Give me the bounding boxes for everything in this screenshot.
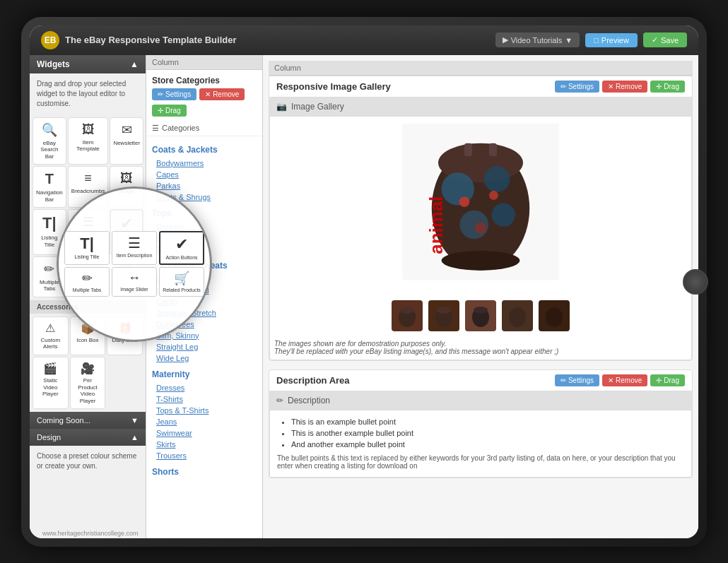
widgets-chevron: ▲ [130,59,139,69]
gallery-caption: The images shown are for demostration pu… [270,336,691,360]
category-item-straight[interactable]: Straight Leg [152,341,257,352]
category-coats-title: Coats & Jackets [152,145,257,155]
design-arrow: ▲ [131,433,139,441]
category-item-trousers[interactable]: Trousers [152,450,257,461]
gallery-drag-icon: ✛ [656,83,662,90]
gallery-sub-header: 📷 Image Gallery [269,97,692,116]
mag-item-desc[interactable]: ☰ Item Description [112,231,157,265]
video-tutorials-button[interactable]: ▶ Video Tutorials ▼ [495,32,580,47]
image-gallery-header: Responsive Image Gallery ✏ Settings ✕ Re… [269,76,692,97]
category-item-swimwear[interactable]: Swimwear [152,427,257,439]
image-gallery-title: Responsive Image Gallery [276,81,391,92]
description-area-header: Description Area ✏ Settings ✕ Remove [269,370,692,391]
categories-settings-button[interactable]: ✏ Settings [152,88,196,100]
mag-action-buttons[interactable]: ✔ Action Buttons [159,231,204,265]
mag-listing-title[interactable]: T| Listing Title [64,231,110,265]
svg-point-7 [459,196,470,207]
gallery-body: animal [269,116,692,360]
widget-newsletter[interactable]: ✉ Newsletter [110,117,143,165]
description-area-section: Description Area ✏ Settings ✕ Remove [269,369,693,478]
mag-title-icon: T| [80,235,94,253]
widget-nav-bar[interactable]: T Navigation Bar [33,166,66,208]
bullet-1: This is an example bullet point [291,417,684,426]
categories-drag-button[interactable]: ✛ Drag [152,105,187,117]
right-column-header: Column [269,61,693,76]
store-categories-header: Store Categories [146,70,262,88]
content-area: Column Responsive Image Gallery ✏ Settin… [263,55,698,538]
svg-text:animal: animal [426,196,446,254]
thumbnail-3[interactable] [465,300,496,331]
category-maternity-title: Maternity [152,369,257,379]
svg-point-17 [437,307,451,314]
pencil-icon: ✏ [276,396,283,405]
category-item-jeans[interactable]: Jeans [152,416,257,427]
accessory-custom-alerts[interactable]: ⚠ Custom Alerts [33,316,69,355]
category-item-tshirts[interactable]: T-Shirts [152,393,257,405]
top-bar-right: ▶ Video Tutorials ▼ □ Preview ✓ Save [495,32,687,47]
category-item-wide[interactable]: Wide Leg [152,352,257,364]
check-icon: ✓ [652,35,658,45]
mag-related-products[interactable]: 🛒 Related Products [159,267,204,297]
desc-drag-icon: ✛ [656,377,662,384]
category-item-dresses[interactable]: Dresses [152,382,257,393]
description-body: This is an example bullet point This is … [269,410,692,478]
static-video-icon: 🎬 [43,362,57,375]
design-bar[interactable]: Design ▲ [30,429,146,446]
svg-point-13 [442,251,520,271]
preview-icon: □ [594,36,599,45]
thumbnail-5[interactable] [539,300,570,331]
categories-remove-button[interactable]: ✕ Remove [199,88,245,100]
category-item-skirts[interactable]: Skirts [152,439,257,450]
thumbnail-2[interactable] [428,300,459,331]
top-bar-left: EB The eBay Responsive Template Builder [41,31,237,49]
app-title: The eBay Responsive Template Builder [65,35,237,45]
svg-point-4 [484,166,510,192]
backpack-image: animal [396,124,565,293]
magnifier-overlay: T| Listing Title ☰ Item Description ✔ Ac… [57,186,212,342]
save-button[interactable]: ✓ Save [643,32,687,47]
mail-icon: ✉ [122,122,132,138]
desc-remove-button[interactable]: ✕ Remove [602,374,647,386]
coming-soon-arrow: ▼ [131,416,139,425]
alert-icon: ⚠ [45,321,55,335]
mag-image-slider[interactable]: ↔ Image Slider [112,267,157,297]
desc-drag-button[interactable]: ✛ Drag [650,374,685,386]
image-icon: 🖼 [82,122,95,137]
coming-soon-bar[interactable]: Coming Soon... ▼ [30,412,146,429]
bullet-points: This is an example bullet point This is … [277,417,684,449]
category-item-parkas[interactable]: Parkas [152,180,257,191]
image-gallery-actions: ✏ Settings ✕ Remove ✛ Drag [555,81,685,93]
app-icon: EB [41,31,59,49]
category-item-tops-tshirts[interactable]: Tops & T-Shirts [152,405,257,416]
desc-remove-icon: ✕ [608,377,613,384]
widgets-description: Drag and drop your selected widget to th… [30,73,146,114]
mag-multiple-tabs[interactable]: ✏ Multiple Tabs [64,267,110,297]
svg-point-21 [546,307,563,327]
product-video-icon: 🎥 [81,362,95,375]
gallery-drag-button[interactable]: ✛ Drag [650,81,685,93]
desc-settings-button[interactable]: ✏ Settings [555,374,599,386]
search-icon: 🔍 [42,122,57,138]
middle-column-header: Column [146,55,262,70]
svg-point-15 [400,307,414,314]
widget-item-template[interactable]: 🖼 Item Template [68,117,109,165]
svg-point-8 [489,191,498,200]
description-footer-text: The bullet points & this text is replace… [277,454,684,470]
accessory-static-video[interactable]: 🎬 Static Video Player [33,357,69,409]
thumbnail-1[interactable] [392,300,423,331]
svg-rect-11 [464,143,472,155]
home-button[interactable] [683,269,708,295]
gallery-settings-button[interactable]: ✏ Settings [555,81,599,93]
accessory-per-product-video[interactable]: 🎥 Per Product Video Player [70,357,106,409]
category-shorts-title: Shorts [152,467,257,477]
widget-search-bar[interactable]: 🔍 eBay Search Bar [33,117,66,165]
thumbnail-4[interactable] [502,300,533,331]
preview-button[interactable]: □ Preview [585,33,638,47]
category-item-capes[interactable]: Capes [152,169,257,180]
tabs-icon: ✏ [44,261,54,277]
gallery-remove-button[interactable]: ✕ Remove [602,81,647,93]
magnifier-widgets: T| Listing Title ☰ Item Description ✔ Ac… [59,225,210,303]
drag-icon: ✛ [158,107,163,114]
mag-slider-icon: ↔ [128,271,141,285]
category-item-bodywarmers[interactable]: Bodywarmers [152,158,257,169]
